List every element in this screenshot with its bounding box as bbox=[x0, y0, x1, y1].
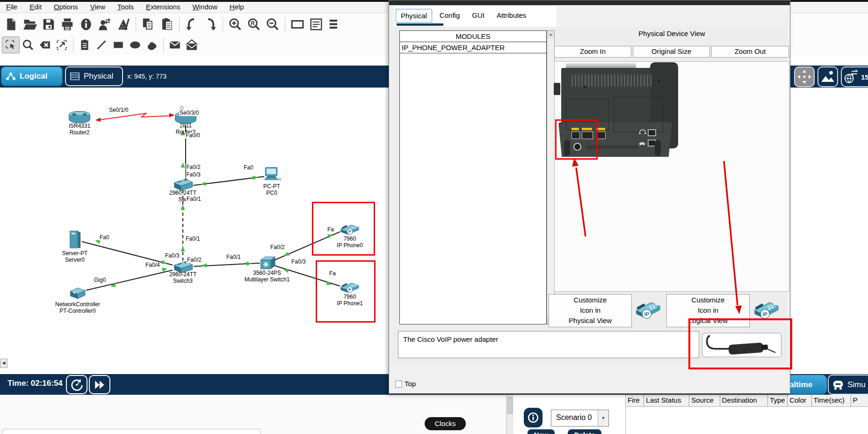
scenario-info-button[interactable] bbox=[524, 408, 542, 427]
paste-icon[interactable] bbox=[158, 15, 176, 34]
dialog-tab-attributes[interactable]: Attributes bbox=[492, 9, 531, 22]
event-column-source: Source bbox=[689, 395, 720, 406]
annotation-rectangle bbox=[316, 260, 376, 323]
pdu-simple-icon[interactable] bbox=[166, 37, 183, 53]
packet-tracer-window: FileEditOptionsViewToolsExtensionsWindow… bbox=[0, 0, 868, 434]
redo-icon[interactable] bbox=[201, 15, 220, 34]
menu-options[interactable]: Options bbox=[48, 2, 84, 12]
palette-scrollbar[interactable] bbox=[506, 396, 514, 434]
menu-extensions[interactable]: Extensions bbox=[140, 2, 186, 12]
draw-freeform-icon[interactable] bbox=[144, 37, 160, 53]
dialog-title-bar[interactable] bbox=[389, 0, 790, 5]
zoom-reset-icon[interactable]: R bbox=[245, 15, 263, 34]
top-checkbox[interactable] bbox=[395, 381, 402, 388]
scenario-dropdown[interactable]: Scenario 0 ▼ bbox=[551, 410, 609, 427]
modules-list: MODULES IP_PHONE_POWER_ADAPTER bbox=[399, 30, 547, 324]
toolbar-separator bbox=[136, 17, 136, 32]
activity-wizard-icon[interactable] bbox=[95, 15, 114, 34]
event-column-timesec: Time(sec) bbox=[812, 395, 851, 406]
toolbar-separator bbox=[223, 17, 223, 32]
reset-time-button[interactable] bbox=[66, 375, 87, 394]
draw-ellipse-icon[interactable] bbox=[127, 37, 144, 53]
port-label: Se0/1/0 bbox=[108, 107, 129, 113]
cursor-coordinates: x: 945, y: 773 bbox=[127, 73, 166, 80]
environment-value: 15 bbox=[861, 73, 868, 81]
port-label: Fa0/2 bbox=[186, 164, 201, 170]
device-pt-controller0[interactable] bbox=[69, 286, 87, 300]
port-label: Fa0/4 bbox=[145, 262, 160, 268]
inspect-icon[interactable] bbox=[20, 37, 36, 53]
environment-button[interactable]: 15 bbox=[841, 66, 868, 87]
toolbar-separator bbox=[285, 17, 285, 32]
copy-icon[interactable] bbox=[139, 15, 158, 34]
background-button[interactable] bbox=[817, 66, 838, 87]
list-bars-icon[interactable] bbox=[326, 15, 344, 34]
tab-logical-label: Logical bbox=[20, 72, 48, 81]
menu-file[interactable]: File bbox=[0, 2, 23, 12]
print-icon[interactable] bbox=[58, 15, 77, 34]
zoom-out-icon[interactable] bbox=[263, 15, 282, 34]
new-scenario-button[interactable]: New bbox=[528, 429, 555, 434]
zoom-in-icon[interactable] bbox=[226, 15, 245, 34]
zoom-in-button[interactable]: Zoom In bbox=[554, 46, 631, 58]
module-description[interactable]: The Cisco VoIP power adapter bbox=[398, 331, 699, 358]
chevron-down-icon[interactable]: ▼ bbox=[598, 410, 608, 426]
customize-physical-button[interactable]: Customize Icon in Physical View bbox=[549, 294, 632, 327]
device-multilayer-switch1[interactable] bbox=[258, 255, 276, 271]
legend-icon[interactable] bbox=[307, 15, 326, 34]
canvas-scroll-left-button[interactable]: ◀ bbox=[0, 359, 7, 368]
menu-view[interactable]: View bbox=[84, 2, 111, 12]
draw-rect-icon[interactable] bbox=[110, 37, 127, 53]
annotation-power-port bbox=[555, 119, 598, 160]
simulation-mode-button[interactable]: Simu bbox=[828, 375, 868, 395]
modules-scrollbar[interactable]: ▲ ▼ bbox=[547, 30, 555, 324]
device-label: 2960-24TT Switch3 bbox=[150, 271, 216, 284]
tab-logical[interactable]: Logical bbox=[1, 66, 63, 86]
event-column-color: Color bbox=[788, 395, 811, 406]
tab-physical[interactable]: Physical bbox=[65, 66, 123, 86]
toolbar-separator bbox=[179, 17, 180, 32]
menu-edit[interactable]: Edit bbox=[23, 2, 48, 12]
new-file-icon[interactable] bbox=[2, 15, 21, 34]
dialog-tab-config[interactable]: Config bbox=[435, 9, 464, 22]
globe-icon bbox=[844, 68, 860, 85]
menu-tools[interactable]: Tools bbox=[111, 2, 140, 12]
viewport-icon[interactable] bbox=[288, 15, 307, 34]
port-label: Fa0/2 bbox=[270, 244, 285, 250]
fast-forward-button[interactable] bbox=[89, 375, 110, 394]
realtime-mode-button[interactable]: altime bbox=[789, 375, 827, 394]
draw-line-icon[interactable] bbox=[93, 37, 110, 53]
device-pc0[interactable] bbox=[262, 166, 282, 182]
menu-help[interactable]: Help bbox=[224, 2, 250, 12]
dialog-tab-physical[interactable]: Physical bbox=[396, 9, 432, 22]
module-item[interactable]: IP_PHONE_POWER_ADAPTER bbox=[399, 42, 547, 53]
notes-icon[interactable] bbox=[76, 37, 93, 53]
delete-scenario-button[interactable]: Delete bbox=[568, 429, 601, 434]
undo-icon[interactable] bbox=[182, 15, 201, 34]
modules-header: MODULES bbox=[400, 31, 546, 42]
select-icon[interactable] bbox=[2, 37, 20, 53]
open-folder-icon[interactable] bbox=[21, 15, 39, 34]
logical-icon bbox=[5, 72, 16, 81]
delete-icon[interactable] bbox=[36, 37, 53, 53]
device-label: NetworkController PT-Controller0 bbox=[45, 301, 110, 314]
zoom-out-button[interactable]: Zoom Out bbox=[711, 46, 789, 58]
top-checkbox-label: Top bbox=[405, 380, 416, 388]
menu-window[interactable]: Window bbox=[186, 2, 223, 12]
pan-tool-button[interactable] bbox=[794, 66, 815, 87]
save-icon[interactable] bbox=[39, 15, 58, 34]
device-label: 2960 24TT Swi bbox=[150, 190, 216, 203]
port-label: Fa0/3 bbox=[291, 259, 306, 265]
reset-clock-icon bbox=[70, 378, 84, 392]
scroll-up-icon[interactable]: ▲ bbox=[547, 31, 554, 38]
simulation-label: Simu bbox=[847, 380, 866, 390]
info-icon[interactable] bbox=[77, 15, 95, 34]
svg-text:IP: IP bbox=[763, 311, 767, 317]
annotation-adapter bbox=[688, 318, 792, 369]
device-server0[interactable] bbox=[68, 230, 82, 250]
network-magic-icon[interactable] bbox=[114, 15, 133, 34]
resize-icon[interactable] bbox=[53, 37, 70, 53]
dialog-tab-gui[interactable]: GUI bbox=[467, 9, 489, 22]
pdu-complex-icon[interactable] bbox=[183, 37, 200, 53]
original-size-button[interactable]: Original Size bbox=[633, 46, 710, 58]
